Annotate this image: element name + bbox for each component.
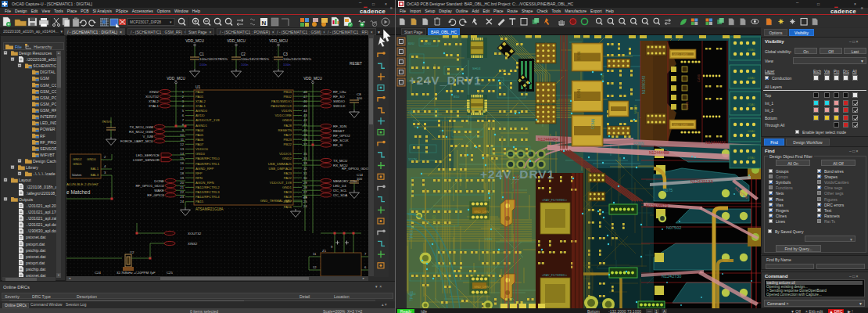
svg-text:25: 25 xyxy=(303,200,307,203)
svg-text:CONN: CONN xyxy=(633,142,644,146)
svg-text:34: 34 xyxy=(303,156,307,160)
svg-text:PA31/SWDIO: PA31/SWDIO xyxy=(271,99,292,103)
svg-text:11: 11 xyxy=(313,252,317,256)
svg-text:ATSAMR21G18A: ATSAMR21G18A xyxy=(195,207,224,211)
svg-text:XTAL2: XTAL2 xyxy=(195,99,206,103)
svg-text:B04N: B04N xyxy=(577,89,581,98)
svg-text:SCHEMATIC1: SCHEMATIC1 xyxy=(33,63,59,68)
svg-text:SWCLK: SWCLK xyxy=(333,104,346,108)
svg-text:DONE: DONE xyxy=(154,179,164,183)
svg-text:44: 44 xyxy=(303,109,307,113)
svg-text:PA16: PA16 xyxy=(284,205,292,209)
svg-text:AVDDOUT_1V8: AVDDOUT_1V8 xyxy=(195,118,220,122)
svg-text:RESET: RESET xyxy=(333,129,345,133)
svg-text:U1: U1 xyxy=(195,85,200,89)
svg-text:VDDIN: VDDIN xyxy=(282,109,292,113)
svg-text:PA14/RFCTRL4: PA14/RFCTRL4 xyxy=(195,195,220,199)
svg-text:WAKE: WAKE xyxy=(154,189,164,192)
svg-text:pstxnet.dat: pstxnet.dat xyxy=(26,235,46,239)
svg-text:SWDIO: SWDIO xyxy=(333,99,345,103)
svg-text:PA07: PA07 xyxy=(195,142,204,146)
svg-text:RFP: RFP xyxy=(195,171,203,175)
svg-text:32.768kHz +/-20PPM 7pF: 32.768kHz +/-20PPM 7pF xyxy=(117,271,156,275)
svg-text:VDDIO1: VDDIO1 xyxy=(279,152,292,156)
svg-text:40: 40 xyxy=(303,128,307,132)
svg-text:100n/16V/X7R/5%: 100n/16V/X7R/5% xyxy=(199,57,228,61)
svg-text:RESET: RESET xyxy=(350,62,362,66)
svg-text:PB02: PB02 xyxy=(283,95,292,99)
svg-text:35: 35 xyxy=(303,152,307,156)
svg-text:C400: C400 xyxy=(685,101,689,110)
svg-text:Outputs: Outputs xyxy=(19,197,34,202)
svg-text:VDD_MCU: VDD_MCU xyxy=(303,77,322,81)
svg-text:PB03: PB03 xyxy=(283,90,292,94)
svg-text:BAL3: BAL3 xyxy=(91,173,99,177)
svg-text:60U: 60U xyxy=(408,41,414,45)
svg-text:37: 37 xyxy=(303,142,307,146)
svg-text:XTAL1: XTAL1 xyxy=(195,104,206,108)
svg-text:pstchip.dat: pstchip.dat xyxy=(26,248,46,253)
svg-text:18: 18 xyxy=(180,171,184,175)
svg-text:RF_GPIO1_GDO2: RF_GPIO1_GDO2 xyxy=(135,184,164,188)
svg-text:04A0: 04A0 xyxy=(748,76,755,80)
svg-text:VDDCORE: VDDCORE xyxy=(275,113,292,117)
svg-text:VDDIO0: VDDIO0 xyxy=(195,147,209,151)
svg-text:I2C_SCL: I2C_SCL xyxy=(333,189,347,192)
svg-text:12: 12 xyxy=(180,142,184,146)
svg-text:ALUN-BLE-2.45GHZ: ALUN-BLE-2.45GHZ xyxy=(66,182,99,186)
svg-text:GSM_CC: GSM_CC xyxy=(40,83,57,88)
svg-text:PA01: PA01 xyxy=(195,95,204,99)
svg-text:VDD_MCU: VDD_MCU xyxy=(227,39,246,43)
svg-text:Design Cache: Design Cache xyxy=(33,159,59,164)
svg-text:16: 16 xyxy=(180,161,184,165)
svg-text:29: 29 xyxy=(303,181,307,185)
svg-text:15: 15 xyxy=(180,156,184,160)
svg-text:13: 13 xyxy=(180,147,184,151)
svg-text:38: 38 xyxy=(303,138,307,142)
svg-text:GND_DRV: GND_DRV xyxy=(673,123,688,127)
svg-text:LED_IND: LED_IND xyxy=(40,121,57,125)
svg-text:N07502: N07502 xyxy=(666,225,681,230)
svg-text:..\201021_apl.170: ..\201021_apl.170 xyxy=(26,210,59,214)
svg-text:RF_GPIO2: RF_GPIO2 xyxy=(333,134,350,138)
svg-text:GSM_CO: GSM_CO xyxy=(40,89,57,94)
svg-text:pstxprt.dat: pstxprt.dat xyxy=(26,261,45,265)
svg-text:39: 39 xyxy=(303,133,307,137)
svg-text:PA19: PA19 xyxy=(284,190,292,194)
svg-text:AGND0: AGND0 xyxy=(195,109,207,113)
svg-text:POWER: POWER xyxy=(40,127,56,131)
svg-text:100n: 100n xyxy=(241,63,249,67)
svg-text:PA04: PA04 xyxy=(195,128,204,132)
svg-text:.\220108_018h_ap: .\220108_018h_ap xyxy=(26,185,59,189)
svg-text:BAL1: BAL1 xyxy=(91,167,99,171)
svg-text:TX_MCU: TX_MCU xyxy=(333,159,347,163)
svg-text:SH04: SH04 xyxy=(472,67,481,70)
svg-text:+24V_DRV1: +24V_DRV1 xyxy=(409,74,482,87)
svg-text:RF_3I: RF_3I xyxy=(333,143,343,147)
svg-text:..\..\..\..\cade: ..\..\..\..\cade xyxy=(33,171,56,176)
svg-text:07A0: 07A0 xyxy=(748,156,755,160)
svg-text:B04N: B04N xyxy=(577,52,581,60)
svg-text:PA27: PA27 xyxy=(284,133,292,137)
svg-text:VDD_MCU: VDD_MCU xyxy=(269,39,288,43)
svg-text:PA23: PA23 xyxy=(284,171,292,175)
svg-text:RFN: RFN xyxy=(195,176,203,180)
svg-text:GSM_RF: GSM_RF xyxy=(40,108,57,113)
svg-text:PA08/RFCTRL0: PA08/RFCTRL0 xyxy=(195,156,220,160)
svg-text:MCP23017_DIP28: MCP23017_DIP28 xyxy=(130,20,161,24)
svg-text:VDD_MCU: VDD_MCU xyxy=(185,39,204,43)
svg-text:.\allegro\220108_: .\allegro\220108_ xyxy=(26,191,57,196)
svg-text:PA00: PA00 xyxy=(195,90,204,94)
svg-text:USB_DMM/A25: USB_DMM/A25 xyxy=(268,162,292,166)
svg-text:AVDD: AVDD xyxy=(195,113,205,117)
svg-text:TP401: TP401 xyxy=(410,290,414,301)
svg-text:RF: RF xyxy=(40,134,45,139)
svg-text:N075: N075 xyxy=(663,188,673,192)
svg-text:Library: Library xyxy=(26,165,38,170)
svg-text:50ohm: 50ohm xyxy=(72,173,82,177)
svg-text:N12444484: N12444484 xyxy=(538,137,558,142)
svg-text:PA09/RFCTRL1: PA09/RFCTRL1 xyxy=(195,162,220,166)
svg-text:WIFI/BT: WIFI/BT xyxy=(40,153,56,157)
svg-text:e Matched: e Matched xyxy=(66,189,91,195)
svg-text:GND0: GND0 xyxy=(195,152,206,156)
